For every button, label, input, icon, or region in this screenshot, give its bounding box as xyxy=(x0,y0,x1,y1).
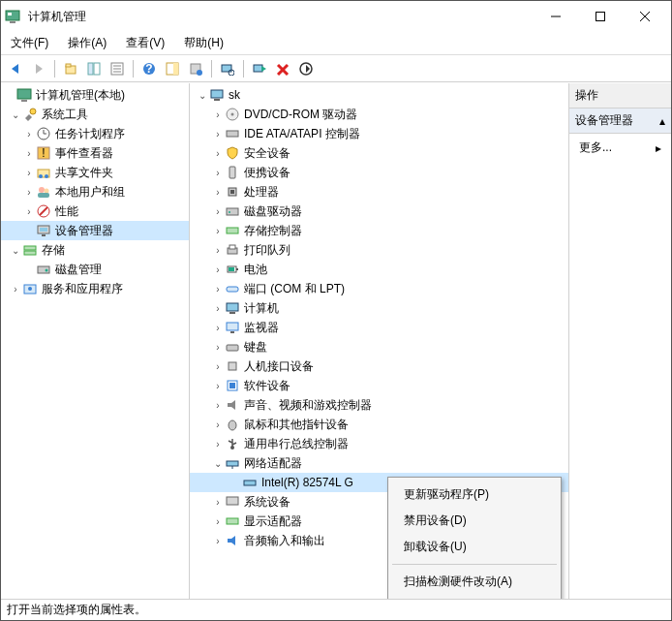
svg-rect-57 xyxy=(214,99,220,101)
forward-button[interactable] xyxy=(28,58,49,79)
display-adapter-icon xyxy=(225,513,240,529)
dev-network[interactable]: ⌄网络适配器 xyxy=(190,453,568,473)
context-menu: 更新驱动程序(P) 禁用设备(D) 卸载设备(U) 扫描检测硬件改动(A) 属性 xyxy=(387,477,562,599)
tree-storage[interactable]: ⌄ 存储 xyxy=(1,240,189,260)
dev-audio-video-game[interactable]: ›声音、视频和游戏控制器 xyxy=(190,395,568,415)
tree-disk-mgmt[interactable]: › 磁盘管理 xyxy=(1,260,189,279)
battery-icon xyxy=(225,262,240,277)
dev-ide[interactable]: ›IDE ATA/ATAPI 控制器 xyxy=(190,124,568,143)
tree-device-manager[interactable]: › 设备管理器 xyxy=(1,221,189,240)
ctx-separator xyxy=(392,564,557,565)
dev-cpu[interactable]: ›处理器 xyxy=(190,182,568,202)
properties-button[interactable] xyxy=(107,58,128,79)
tree-event-viewer[interactable]: › ! 事件查看器 xyxy=(1,143,189,163)
dev-keyboard[interactable]: ›键盘 xyxy=(190,337,568,357)
portable-icon xyxy=(225,165,240,180)
show-hide-tree-button[interactable] xyxy=(83,58,105,79)
minimize-button[interactable] xyxy=(534,2,578,31)
ctx-disable-device[interactable]: 禁用设备(D) xyxy=(390,508,559,534)
dev-storage-ctrl[interactable]: ›存储控制器 xyxy=(190,221,568,240)
folder-share-icon xyxy=(36,165,51,180)
scan-hardware-button[interactable] xyxy=(217,58,238,79)
tree-label: 本地用户和组 xyxy=(55,184,125,201)
menu-action[interactable]: 操作(A) xyxy=(64,33,110,53)
dev-dvd[interactable]: ›DVD/CD-ROM 驱动器 xyxy=(190,105,568,124)
back-button[interactable] xyxy=(5,58,26,79)
app-icon xyxy=(5,9,20,24)
dev-computer[interactable]: ›计算机 xyxy=(190,298,568,318)
menu-file[interactable]: 文件(F) xyxy=(7,33,52,53)
update-driver-button[interactable] xyxy=(295,58,317,79)
tree-performance[interactable]: › 性能 xyxy=(1,202,189,221)
svg-rect-49 xyxy=(42,234,46,236)
dev-print-queue[interactable]: ›打印队列 xyxy=(190,240,568,260)
ctx-scan-hardware[interactable]: 扫描检测硬件改动(A) xyxy=(390,569,559,595)
monitor-icon xyxy=(225,320,240,335)
svg-rect-25 xyxy=(254,65,262,72)
tree-label: 设备管理器 xyxy=(55,223,113,239)
tree-system-tools[interactable]: ⌄ 系统工具 xyxy=(1,105,189,124)
ide-icon xyxy=(225,126,240,141)
tree-label: 音频输入和输出 xyxy=(244,533,325,549)
svg-rect-75 xyxy=(227,323,238,330)
dev-disk[interactable]: ›磁盘驱动器 xyxy=(190,202,568,221)
nic-icon xyxy=(242,475,258,490)
svg-rect-73 xyxy=(227,303,238,311)
uninstall-device-button[interactable] xyxy=(272,58,293,79)
left-tree[interactable]: ▾ 计算机管理(本地) ⌄ 系统工具 › 任务计划程序 › ! 事件查看器 › … xyxy=(1,83,190,599)
computer-icon xyxy=(209,87,225,103)
statusbar: 打开当前选择项的属性表。 xyxy=(1,599,671,620)
dev-mouse[interactable]: ›鼠标和其他指针设备 xyxy=(190,415,568,434)
tree-label: 键盘 xyxy=(244,339,267,356)
svg-rect-66 xyxy=(227,228,238,233)
menu-view[interactable]: 查看(V) xyxy=(122,33,168,53)
action-pane-button[interactable] xyxy=(162,58,183,79)
tree-label: 服务和应用程序 xyxy=(42,281,123,297)
dev-battery[interactable]: ›电池 xyxy=(190,260,568,279)
device-tree[interactable]: ⌄ sk ›DVD/CD-ROM 驱动器 ›IDE ATA/ATAPI 控制器 … xyxy=(190,83,569,599)
svg-point-41 xyxy=(45,174,48,178)
actions-sub-label: 设备管理器 xyxy=(575,112,633,129)
usb-icon xyxy=(225,436,240,451)
dev-software[interactable]: ›软件设备 xyxy=(190,376,568,395)
svg-rect-61 xyxy=(229,167,235,178)
svg-rect-60 xyxy=(227,131,238,137)
svg-rect-89 xyxy=(244,481,256,485)
enable-device-button[interactable] xyxy=(249,58,270,79)
dev-hid[interactable]: ›人机接口设备 xyxy=(190,357,568,376)
actions-sub[interactable]: 设备管理器 ▴ xyxy=(569,109,671,134)
mouse-icon xyxy=(225,417,240,432)
tree-label: 安全设备 xyxy=(244,145,290,162)
svg-point-42 xyxy=(39,187,45,193)
dev-monitor[interactable]: ›监视器 xyxy=(190,318,568,337)
tree-label: 性能 xyxy=(55,203,78,220)
tree-services-apps[interactable]: › 服务和应用程序 xyxy=(1,279,189,298)
dev-usb-serial[interactable]: ›通用串行总线控制器 xyxy=(190,434,568,453)
ctx-update-driver[interactable]: 更新驱动程序(P) xyxy=(390,481,559,508)
tree-local-users[interactable]: › 本地用户和组 xyxy=(1,182,189,202)
storage-ctrl-icon xyxy=(225,223,240,238)
menu-help[interactable]: 帮助(H) xyxy=(180,33,228,53)
tree-task-scheduler[interactable]: › 任务计划程序 xyxy=(1,124,189,143)
tree-shared-folders[interactable]: › 共享文件夹 xyxy=(1,163,189,182)
dev-ports[interactable]: ›端口 (COM 和 LPT) xyxy=(190,279,568,298)
tree-root-computer-mgmt[interactable]: ▾ 计算机管理(本地) xyxy=(1,85,189,105)
svg-text:!: ! xyxy=(42,146,45,160)
dev-portable[interactable]: ›便携设备 xyxy=(190,163,568,182)
help-button[interactable]: ? xyxy=(138,58,160,79)
perf-icon xyxy=(36,203,51,219)
svg-point-82 xyxy=(229,420,236,430)
dev-security[interactable]: ›安全设备 xyxy=(190,143,568,163)
tree-label: 共享文件夹 xyxy=(55,165,113,181)
ctx-uninstall-device[interactable]: 卸载设备(U) xyxy=(390,534,559,560)
maximize-button[interactable] xyxy=(578,2,623,31)
svg-point-43 xyxy=(45,189,49,194)
up-button[interactable] xyxy=(60,58,81,79)
hdd-icon xyxy=(225,203,240,219)
close-button[interactable] xyxy=(623,2,667,31)
dev-root[interactable]: ⌄ sk xyxy=(190,85,568,105)
svg-rect-91 xyxy=(227,518,238,524)
svg-rect-70 xyxy=(236,268,238,270)
actions-more[interactable]: 更多... ▸ xyxy=(569,134,671,162)
filter-button[interactable] xyxy=(185,58,206,79)
